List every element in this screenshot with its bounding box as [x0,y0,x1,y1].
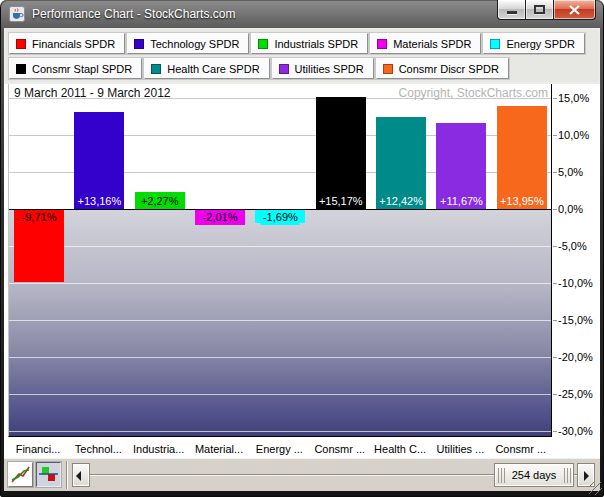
negative-zone-gradient [9,210,551,436]
y-axis: 15,0%10,0%5,0%0,0%-5,0%-10,0%-15,0%-20,0… [553,84,600,437]
legend-item-health-care-spdr[interactable]: Health Care SPDR [144,58,269,79]
y-tick-mark [553,172,557,173]
legend-item-industrials-spdr[interactable]: Industrials SPDR [251,33,368,54]
y-tick-mark [553,246,557,247]
y-tick-label: -10,0% [558,277,593,290]
bar-value-label: +12,42% [377,194,425,209]
legend-item-energy-spdr[interactable]: Energy SPDR [483,33,584,54]
bar-consmr-discr-spdr: +13,95% [497,106,547,209]
scroll-range-label: 254 days [512,469,557,481]
bottom-toolbar: 254 days [4,458,600,491]
y-tick-label: -20,0% [558,351,593,364]
bar-health-care-spdr: +12,42% [376,117,426,209]
bar-value-label: -1,69% [261,210,300,225]
y-tick-label: 5,0% [558,166,583,179]
grip-icon [498,468,505,483]
copyright-label: Copyright, StockCharts.com [399,86,548,100]
legend-item-label: Consmr Stapl SPDR [32,63,132,75]
bar-materials-spdr: -2,01% [195,210,245,225]
maximize-button[interactable] [526,0,554,20]
legend-item-label: Health Care SPDR [167,63,259,75]
y-tick-mark [553,283,557,284]
bar-industrials-spdr: +2,27% [135,192,185,209]
bar-value-label: -2,01% [201,210,240,225]
legend-item-materials-spdr[interactable]: Materials SPDR [370,33,481,54]
bar-value-label: +11,67% [438,194,485,209]
legend-row: Financials SPDRTechnology SPDRIndustrial… [8,31,596,56]
bar-consmr-stapl-spdr: +15,17% [316,97,366,209]
y-tick-mark [553,431,557,432]
scrollbar-track[interactable]: 254 days [90,463,577,487]
y-tick-mark [553,98,557,99]
date-range-label: 9 March 2011 - 9 March 2012 [14,86,171,100]
x-axis-labels: Financi...Technol...Industria...Material… [8,440,600,458]
color-swatch-icon [16,64,26,74]
scrollbar-thumb[interactable]: 254 days [494,463,574,487]
color-swatch-icon [134,39,144,49]
color-swatch-icon [151,64,161,74]
y-tick-label: 10,0% [558,129,589,142]
x-tick-label-industrials-spdr: Industria... [133,443,184,455]
y-tick-mark [553,320,557,321]
gridline [9,320,551,321]
y-tick-mark [553,135,557,136]
x-tick-label-financials-spdr: Financi... [16,443,61,455]
histogram-mode-button[interactable] [36,462,61,487]
y-tick-label: -15,0% [558,314,593,327]
title-bar[interactable]: Performance Chart - StockCharts.com [0,0,604,28]
color-swatch-icon [279,64,289,74]
resize-grip[interactable] [589,482,602,495]
legend-item-label: Financials SPDR [32,38,115,50]
bar-financials-spdr: -9,71% [14,210,64,282]
legend-item-label: Consmr Discr SPDR [399,63,499,75]
bar-energy-spdr: -1,69% [255,210,305,223]
app-window: Performance Chart - StockCharts.com Fina… [0,0,604,497]
gridline [9,246,551,247]
x-tick-label-materials-spdr: Material... [195,443,243,455]
chart-region: 9 March 2011 - 9 March 2012 Copyright, S… [4,84,600,458]
maximize-icon [534,5,545,14]
legend-item-consmr-stapl-spdr[interactable]: Consmr Stapl SPDR [9,58,142,79]
legend-row: Consmr Stapl SPDRHealth Care SPDRUtiliti… [8,56,596,81]
color-swatch-icon [16,39,26,49]
y-tick-mark [553,357,557,358]
x-tick-label-health-care-spdr: Health C... [374,443,426,455]
zero-line [9,209,551,210]
color-swatch-icon [258,39,268,49]
bar-technology-spdr: +13,16% [74,112,124,209]
scroll-left-button[interactable] [72,463,90,487]
line-mode-button[interactable] [8,462,33,487]
y-tick-label: -5,0% [558,240,587,253]
legend-item-financials-spdr[interactable]: Financials SPDR [9,33,125,54]
close-icon [569,5,580,15]
color-swatch-icon [383,64,393,74]
close-button[interactable] [554,0,596,20]
y-tick-label: -25,0% [558,388,593,401]
y-tick-label: 15,0% [558,92,589,105]
legend-item-label: Industrials SPDR [274,38,358,50]
color-swatch-icon [490,39,500,49]
bar-chart-icon [37,463,60,486]
arrow-left-icon [76,471,81,481]
minimize-button[interactable] [497,0,526,20]
legend-item-label: Utilities SPDR [295,63,364,75]
minimize-icon [507,11,517,14]
toolbar-divider [66,461,68,489]
x-tick-label-utilities-spdr: Utilities ... [437,443,485,455]
color-swatch-icon [377,39,387,49]
legend-item-utilities-spdr[interactable]: Utilities SPDR [272,58,374,79]
bar-value-label: +2,27% [139,194,181,209]
gridline [9,431,551,432]
y-tick-label: -30,0% [558,425,593,438]
gridline [9,357,551,358]
arrow-right-icon [584,471,589,481]
legend-item-technology-spdr[interactable]: Technology SPDR [127,33,249,54]
plot-area: -9,71%+13,16%+2,27%-2,01%-1,69%+15,17%+1… [8,84,552,437]
window-content: Financials SPDRTechnology SPDRIndustrial… [4,28,600,491]
x-tick-label-consmr-discr-spdr: Consmr ... [495,443,546,455]
bar-value-label: +13,16% [75,194,123,209]
x-tick-label-energy-spdr: Energy ... [256,443,303,455]
gridline [9,283,551,284]
window-controls [497,0,596,20]
legend-item-consmr-discr-spdr[interactable]: Consmr Discr SPDR [376,58,509,79]
